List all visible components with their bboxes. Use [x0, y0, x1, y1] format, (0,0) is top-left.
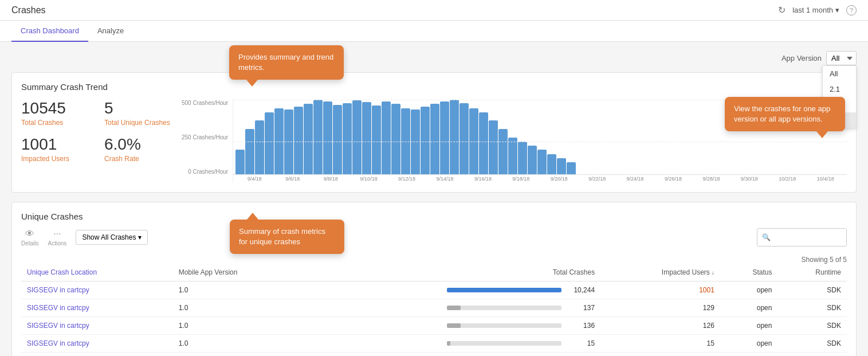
page-header: Crashes ↻ last 1 month ▾ ? [0, 0, 868, 21]
main-content: Provides summary and trend metrics. View… [0, 42, 868, 356]
chart-bar [459, 103, 469, 175]
crash-bar-fill [447, 288, 561, 292]
tooltip-summary-metrics: Provides summary and trend metrics. [229, 45, 344, 80]
cell-impacted-users: 13 [600, 353, 720, 357]
chart-bar [489, 120, 498, 175]
show-all-crashes-button[interactable]: Show All Crashes ▾ [76, 230, 148, 245]
crash-count: 136 [566, 322, 595, 330]
table-body: SIGSEGV in cartcpy 1.0 10,244 1001 open … [21, 281, 847, 357]
actions-button[interactable]: ··· Actions [48, 229, 67, 247]
location-link[interactable]: SIGSEGV in cartcpy [27, 286, 89, 294]
crash-count: 10,244 [566, 286, 595, 294]
time-range-selector[interactable]: last 1 month ▾ [792, 6, 839, 14]
cell-impacted-users: 126 [600, 317, 720, 335]
y-label-500: 500 Crashes/Hour [182, 100, 228, 106]
cell-version: 1.0 [173, 299, 304, 317]
x-label: 9/12/18 [388, 176, 426, 182]
cell-status: open [720, 281, 778, 299]
x-label: 9/26/18 [654, 176, 692, 182]
header-right: ↻ last 1 month ▾ ? [778, 5, 857, 15]
actions-label: Actions [48, 240, 67, 247]
version-dropdown[interactable]: All 2.1 2.0 1.0 All 2.1 2.0 1.0 [826, 51, 857, 65]
cell-location: SIGSEGV in cartcpy [21, 335, 173, 353]
cell-location: SIGSEGV in cartcpy [21, 281, 173, 299]
location-link[interactable]: SIGSEGV in cartcpy [27, 322, 89, 330]
crashes-table: Unique Crash Location Mobile App Version… [21, 264, 847, 356]
cell-runtime: SDK [777, 317, 847, 335]
chart-bar [518, 142, 527, 175]
chevron-down-icon: ▾ [835, 6, 839, 14]
y-label-0: 0 Crashes/Hour [182, 169, 228, 175]
chart-bar [391, 104, 400, 175]
chart-bar [557, 158, 566, 175]
cell-runtime: SDK [777, 299, 847, 317]
version-option-all[interactable]: All [823, 66, 856, 81]
version-option-21[interactable]: 2.1 [823, 81, 856, 97]
chart-bar [411, 109, 420, 175]
cell-runtime: SDK [777, 353, 847, 357]
table-row: SIGSEGV in cartcpy 1.0 137 129 open SDK [21, 299, 847, 317]
sort-icon: ↓ [712, 269, 714, 276]
location-link[interactable]: SIGSEGV in cartcpy [27, 339, 89, 347]
cell-status: open [720, 353, 778, 357]
cell-status: open [720, 335, 778, 353]
cell-total-crashes: 136 [304, 317, 600, 335]
cell-total-crashes: 13 [304, 353, 600, 357]
cell-runtime: SDK [777, 335, 847, 353]
time-range-label: last 1 month [792, 6, 833, 14]
tab-crash-dashboard[interactable]: Crash Dashboard [11, 21, 88, 42]
crash-bar-fill [447, 341, 450, 346]
cell-total-crashes: 15 [304, 335, 600, 353]
crash-bar-container [447, 306, 561, 310]
x-label: 9/28/18 [692, 176, 730, 182]
table-row: SIGSEGV in cartcpy 1.0 136 126 open SDK [21, 317, 847, 335]
cell-version: 1.0 [173, 353, 304, 357]
total-crashes-label: Total Crashes [21, 119, 87, 127]
col-impacted-users: Impacted Users↓ [600, 264, 720, 281]
details-icon: 👁 [25, 229, 34, 239]
location-link[interactable]: SIGSEGV in cartcpy [27, 304, 89, 312]
chevron-down-icon: ▾ [138, 233, 142, 241]
dashboard-main: 10545 Total Crashes 5 Total Unique Crash… [21, 100, 847, 183]
refresh-icon[interactable]: ↻ [778, 5, 785, 15]
x-label: 9/24/18 [616, 176, 654, 182]
chart-bar [343, 103, 352, 175]
chart-bar [528, 146, 537, 175]
metric-unique-crashes: 5 Total Unique Crashes [104, 100, 170, 127]
tab-analyze[interactable]: Analyze [88, 21, 133, 42]
cell-version: 1.0 [173, 335, 304, 353]
help-icon[interactable]: ? [846, 5, 857, 15]
crash-trend-title: Summary Crash Trend [21, 82, 847, 92]
cell-impacted-users: 129 [600, 299, 720, 317]
chart-bar [245, 129, 254, 175]
chart-bar [440, 101, 449, 175]
y-axis-labels: 500 Crashes/Hour 250 Crashes/Hour 0 Cras… [182, 100, 233, 183]
chart-bar [362, 102, 371, 175]
x-label: 9/18/18 [502, 176, 540, 182]
cell-version: 1.0 [173, 281, 304, 299]
chart-bar [498, 129, 508, 175]
chart-bar [352, 100, 362, 175]
x-axis-labels: 9/4/189/6/189/8/189/10/189/12/189/14/189… [233, 176, 847, 182]
chart-bar [450, 100, 459, 175]
details-button[interactable]: 👁 Details [21, 229, 39, 247]
crash-rate-value: 6.0% [104, 136, 170, 154]
unique-crashes-title: Unique Crashes [21, 212, 847, 221]
crash-bar-container [447, 323, 561, 328]
crash-bar-container [447, 341, 561, 346]
table-row: SIGSEGV in cartcpy 1.0 13 13 open SDK [21, 353, 847, 357]
x-label: 9/22/18 [578, 176, 616, 182]
cell-location: SIGSEGV in cartcpy [21, 353, 173, 357]
col-runtime: Runtime [777, 264, 847, 281]
chart-bar [479, 112, 488, 175]
x-label: 10/4/18 [806, 176, 844, 182]
chart-bar [313, 100, 323, 175]
chart-bar [333, 105, 342, 175]
version-select[interactable]: All 2.1 2.0 1.0 [826, 51, 857, 65]
cell-impacted-users: 15 [600, 335, 720, 353]
search-container: 🔍 [757, 228, 847, 247]
search-input[interactable] [773, 231, 842, 244]
crash-rate-label: Crash Rate [104, 155, 170, 163]
impacted-users-label: Impacted Users [21, 155, 87, 163]
x-label: 9/6/18 [274, 176, 312, 182]
